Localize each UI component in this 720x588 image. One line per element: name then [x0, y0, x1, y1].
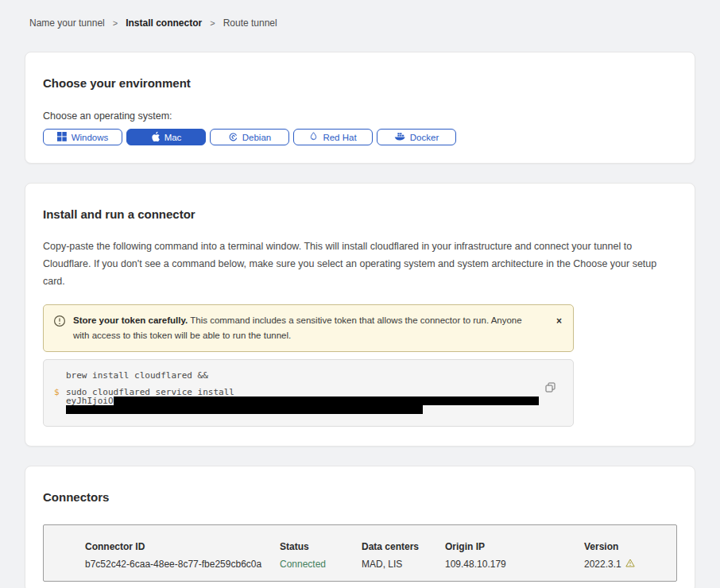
warning-banner-text: Store your token carefully. This command… — [73, 313, 538, 343]
warning-banner-bold: Store your token carefully. — [73, 315, 188, 325]
environment-card: Choose your environment Choose an operat… — [25, 52, 695, 164]
token-warning-banner: Store your token carefully. This command… — [43, 304, 574, 352]
breadcrumb-step-route-tunnel[interactable]: Route tunnel — [223, 17, 277, 29]
environment-card-title: Choose your environment — [43, 76, 677, 90]
breadcrumb-step-install-connector[interactable]: Install connector — [126, 17, 202, 29]
install-card-description: Copy-paste the following command into a … — [43, 238, 674, 291]
apple-icon — [151, 131, 160, 143]
column-header-data-centers: Data centers — [362, 541, 445, 552]
breadcrumb: Name your tunnel > Install connector > R… — [25, 17, 695, 29]
shell-prompt: $ — [54, 388, 60, 397]
os-button-group: Windows Mac Debian Red Hat — [43, 129, 677, 145]
os-button-label: Docker — [410, 133, 439, 142]
docker-icon — [394, 132, 405, 143]
connectors-table: Connector ID Status Data centers Origin … — [43, 524, 677, 582]
tunnel-setup-page: Name your tunnel > Install connector > R… — [0, 0, 720, 588]
os-button-windows[interactable]: Windows — [43, 129, 122, 145]
redacted-token-bar — [66, 405, 423, 414]
os-button-label: Windows — [72, 133, 109, 142]
connector-id-value: b7c52c42-6caa-48ee-8c77-fbe259cb6c0a — [85, 559, 280, 570]
connectors-card-title: Connectors — [43, 490, 677, 504]
alert-circle-icon — [53, 315, 66, 343]
os-button-debian[interactable]: Debian — [210, 129, 289, 145]
connector-table-row: b7c52c42-6caa-48ee-8c77-fbe259cb6c0a Con… — [85, 559, 676, 570]
debian-icon — [228, 132, 238, 143]
command-line-1: brew install cloudflared && — [44, 371, 573, 380]
redacted-token-bar — [114, 397, 539, 405]
connectors-table-header: Connector ID Status Data centers Origin … — [85, 541, 676, 552]
command-line-2: $sudo cloudflared service install — [44, 388, 573, 397]
os-button-redhat[interactable]: Red Hat — [293, 129, 373, 145]
connector-origin-ip-value: 109.48.10.179 — [445, 559, 584, 570]
breadcrumb-separator: > — [210, 18, 215, 28]
breadcrumb-separator: > — [113, 18, 118, 28]
os-button-docker[interactable]: Docker — [377, 129, 456, 145]
connector-status-badge: Connected — [280, 559, 362, 570]
command-token-line: eyJhIjoiO — [44, 397, 573, 405]
connectors-card: Connectors Connector ID Status Data cent… — [25, 466, 695, 588]
breadcrumb-step-name-your-tunnel[interactable]: Name your tunnel — [29, 17, 105, 29]
close-icon[interactable]: × — [553, 315, 565, 327]
connector-version-value: 2022.3.1 — [584, 559, 621, 570]
os-button-label: Debian — [242, 133, 271, 142]
install-command-block: brew install cloudflared && $sudo cloudf… — [43, 359, 574, 427]
os-select-label: Choose an operating system: — [43, 110, 677, 122]
connector-version-cell: 2022.3.1 — [584, 559, 676, 570]
install-card-title: Install and run a connector — [43, 207, 677, 221]
connector-data-centers-value: MAD, LIS — [362, 559, 445, 570]
os-button-label: Mac — [165, 133, 182, 142]
column-header-origin-ip: Origin IP — [445, 541, 584, 552]
column-header-connector-id: Connector ID — [85, 541, 280, 552]
warning-triangle-icon — [625, 559, 635, 570]
redhat-icon — [309, 131, 318, 143]
install-connector-card: Install and run a connector Copy-paste t… — [25, 183, 695, 447]
os-button-label: Red Hat — [323, 133, 356, 142]
os-button-mac[interactable]: Mac — [126, 129, 206, 145]
column-header-version: Version — [584, 541, 676, 552]
column-header-status: Status — [280, 541, 362, 552]
command-token-line-2 — [44, 405, 573, 414]
copy-icon[interactable] — [545, 382, 555, 395]
windows-icon — [57, 132, 67, 143]
